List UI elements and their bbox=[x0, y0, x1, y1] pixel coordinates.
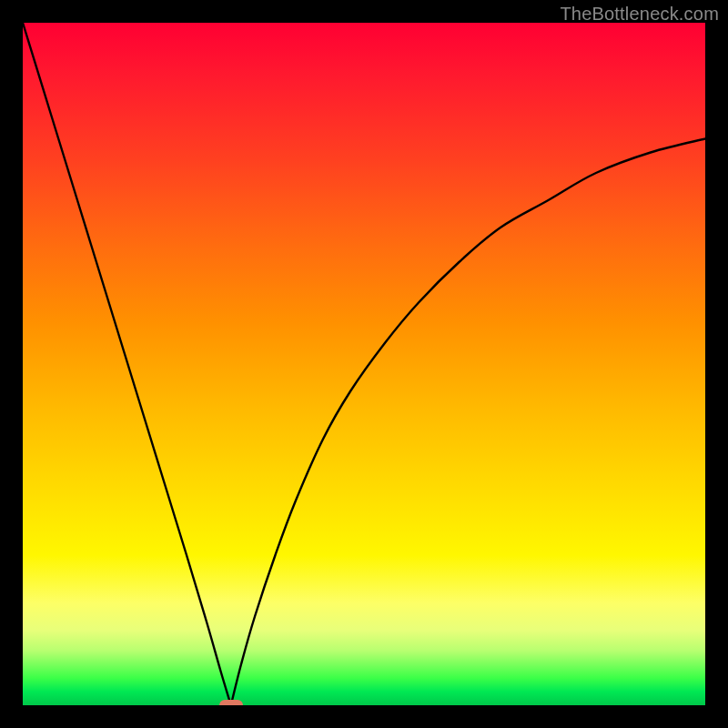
watermark-text: TheBottleneck.com bbox=[560, 4, 719, 25]
chart-frame: TheBottleneck.com bbox=[0, 0, 728, 728]
curve-left-branch bbox=[23, 23, 231, 705]
curve-right-branch bbox=[231, 139, 705, 706]
plot-area bbox=[23, 23, 705, 705]
optimal-point-marker bbox=[219, 700, 243, 705]
bottleneck-curve bbox=[23, 23, 705, 705]
